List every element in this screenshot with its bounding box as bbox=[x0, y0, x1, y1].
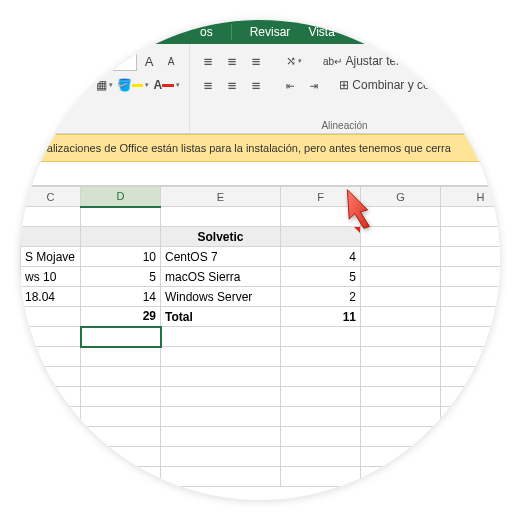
font-name-box[interactable] bbox=[28, 51, 110, 71]
tab-datos[interactable]: os bbox=[200, 25, 213, 39]
annotation-arrow-icon bbox=[340, 186, 386, 232]
cell[interactable]: 5 bbox=[81, 267, 161, 287]
column-headers: C D E F G H bbox=[21, 187, 501, 207]
increase-font-icon[interactable]: A bbox=[139, 50, 159, 72]
cell[interactable]: CentOS 7 bbox=[161, 247, 281, 267]
col-header-d[interactable]: D bbox=[81, 187, 161, 207]
active-cell[interactable] bbox=[81, 327, 161, 347]
font-color-button[interactable]: A▾ bbox=[152, 74, 181, 96]
tab-vista[interactable]: Vista bbox=[308, 25, 334, 39]
update-message-bar: actualizaciones de Office están listas p… bbox=[20, 134, 500, 162]
table-row: 18.04 14 Windows Server 2 bbox=[21, 287, 501, 307]
spreadsheet-grid[interactable]: C D E F G H Solvetic S Mojave 1 bbox=[20, 186, 500, 487]
decrease-indent-icon[interactable]: ⇤ bbox=[280, 74, 300, 96]
section-title: Solvetic bbox=[161, 227, 281, 247]
ribbon-tabs: os Revisar Vista bbox=[20, 20, 500, 44]
cell[interactable]: 5 bbox=[281, 267, 361, 287]
decrease-font-icon[interactable]: A bbox=[161, 50, 181, 72]
italic-button[interactable]: K bbox=[50, 74, 70, 96]
cell[interactable]: 14 bbox=[81, 287, 161, 307]
align-bottom-icon[interactable]: ≡ bbox=[246, 50, 266, 72]
font-group-label bbox=[28, 129, 181, 133]
underline-button[interactable]: S▾ bbox=[72, 74, 92, 96]
tab-revisar[interactable]: Revisar bbox=[250, 25, 291, 39]
update-message-text: actualizaciones de Office están listas p… bbox=[26, 142, 451, 154]
merge-center-label: Combinar y centrar bbox=[352, 78, 454, 92]
totals-row: 29 Total 11 bbox=[21, 307, 501, 327]
formula-bar[interactable] bbox=[20, 162, 500, 186]
wrap-text-label: Ajustar texto bbox=[345, 54, 412, 68]
cell[interactable]: ws 10 bbox=[21, 267, 81, 287]
merge-center-button[interactable]: ⊞ Combinar y centrar ▾ bbox=[338, 74, 461, 96]
orientation-button[interactable]: ⤭▾ bbox=[284, 50, 304, 72]
alignment-group: ≡ ≡ ≡ ⤭▾ ab↵ Ajustar texto ≡ ≡ bbox=[190, 44, 500, 133]
cell[interactable]: S Mojave bbox=[21, 247, 81, 267]
font-group: A A N K S▾ ▦▾ 🪣▾ A▾ bbox=[20, 44, 190, 133]
col-header-e[interactable]: E bbox=[161, 187, 281, 207]
total-d[interactable]: 29 bbox=[81, 307, 161, 327]
cell[interactable]: 18.04 bbox=[21, 287, 81, 307]
align-middle-icon[interactable]: ≡ bbox=[222, 50, 242, 72]
alignment-group-label: Alineación bbox=[198, 118, 491, 133]
total-f[interactable]: 11 bbox=[281, 307, 361, 327]
align-top-icon[interactable]: ≡ bbox=[198, 50, 218, 72]
align-left-icon[interactable]: ≡ bbox=[198, 74, 218, 96]
title-row: Solvetic bbox=[21, 227, 501, 247]
cell[interactable]: 2 bbox=[281, 287, 361, 307]
cell[interactable]: macOS Sierra bbox=[161, 267, 281, 287]
col-header-c[interactable]: C bbox=[21, 187, 81, 207]
border-button[interactable]: ▦▾ bbox=[94, 74, 114, 96]
fill-color-button[interactable]: 🪣▾ bbox=[116, 74, 150, 96]
align-center-icon[interactable]: ≡ bbox=[222, 74, 242, 96]
ribbon: A A N K S▾ ▦▾ 🪣▾ A▾ bbox=[20, 44, 500, 134]
align-right-icon[interactable]: ≡ bbox=[246, 74, 266, 96]
increase-indent-icon[interactable]: ⇥ bbox=[304, 74, 324, 96]
merge-icon: ⊞ bbox=[339, 78, 349, 92]
wrap-icon: ab↵ bbox=[323, 56, 342, 67]
bold-button[interactable]: N bbox=[28, 74, 48, 96]
wrap-text-button[interactable]: ab↵ Ajustar texto bbox=[322, 50, 413, 72]
table-row: S Mojave 10 CentOS 7 4 bbox=[21, 247, 501, 267]
font-size-box[interactable] bbox=[112, 51, 137, 71]
cell[interactable]: 4 bbox=[281, 247, 361, 267]
table-row: ws 10 5 macOS Sierra 5 bbox=[21, 267, 501, 287]
total-label[interactable]: Total bbox=[161, 307, 281, 327]
cell[interactable]: 10 bbox=[81, 247, 161, 267]
viewport-circle: os Revisar Vista A A N K S▾ bbox=[20, 20, 500, 500]
col-header-h[interactable]: H bbox=[441, 187, 501, 207]
cell[interactable]: Windows Server bbox=[161, 287, 281, 307]
